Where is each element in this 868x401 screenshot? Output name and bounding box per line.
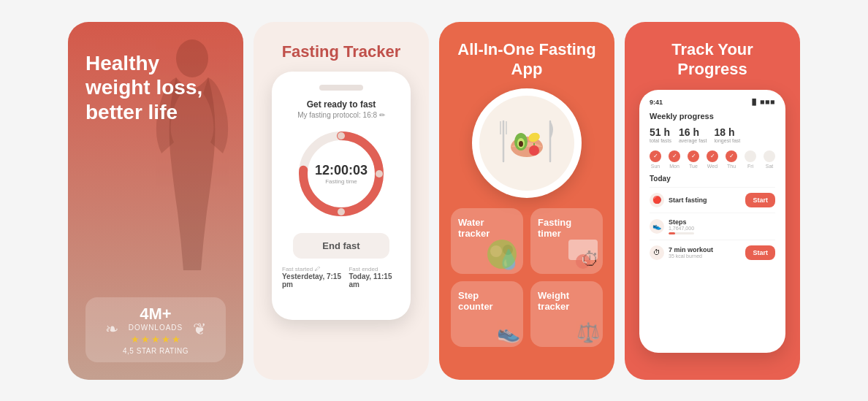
phone-time: 9:41 xyxy=(650,99,663,106)
timer-time: 12:00:03 xyxy=(315,163,368,178)
day-label-tue: Tue xyxy=(689,164,698,169)
fasting-protocol: My fasting protocol: 16:8 ✏ xyxy=(297,111,385,119)
day-label-mon: Mon xyxy=(669,164,679,169)
food-svg xyxy=(490,107,563,180)
activity-left-steps: 👟 Steps 1,764 7,000 xyxy=(650,218,694,234)
day-check-tue: ✓ xyxy=(688,150,699,162)
fast-ended-val: Today, 11:15 am xyxy=(349,272,400,289)
workout-activity-sub: 35 kcal burned xyxy=(669,253,713,259)
end-fast-button[interactable]: End fast xyxy=(293,233,389,259)
stat-num-0: 51 h xyxy=(650,126,671,138)
feature-step-counter: Step counter 👟 xyxy=(451,281,523,347)
plate-inner xyxy=(479,96,574,191)
fast-ended-label: Fast ended xyxy=(349,266,400,272)
downloads-badge: ❧ 4M+ DOWNLOADS ★ ★ ★ ★ ★ 4,5 STAR RATIN… xyxy=(85,297,226,362)
card3-title: All-In-One Fasting App xyxy=(451,39,603,80)
page-wrapper: Healthy weight loss, better life ❧ 4M+ D… xyxy=(0,0,868,401)
fasting-activity-icon: 🔴 xyxy=(650,193,664,207)
steps-bar xyxy=(669,232,694,234)
steps-current: 1,764 xyxy=(669,226,682,231)
features-grid: Water tracker 💧 Fasting timer ⏱ xyxy=(451,208,603,347)
stats-row: 51 h total fasts 16 h average fast 18 h … xyxy=(650,126,775,143)
today-section: Today 🔴 Start fasting Start xyxy=(650,175,775,265)
card-fasting-tracker: Fasting Tracker Get ready to fast My fas… xyxy=(254,22,429,380)
fast-ended-block: Fast ended Today, 11:15 am xyxy=(349,266,400,289)
stat-label-1: average fast xyxy=(679,138,707,143)
fasting-header: Get ready to fast xyxy=(307,99,376,110)
step-counter-label: Step counter xyxy=(458,290,516,313)
weight-tracker-icon: ⚖️ xyxy=(576,321,600,344)
weight-tracker-label: Weight tracker xyxy=(538,290,595,313)
activity-left-workout: ⏱ 7 min workout 35 kcal burned xyxy=(650,245,713,260)
activity-workout: ⏱ 7 min workout 35 kcal burned Start xyxy=(650,240,775,265)
stat-num-2: 18 h xyxy=(715,126,741,138)
phone-header: 9:41 ▐▌ ◼◼◼ xyxy=(650,99,775,106)
fast-times: Fast started 🖊 Yesterdetay, 7:15 pm Fast… xyxy=(282,266,400,289)
steps-activity-icon: 👟 xyxy=(650,219,664,234)
day-tue: ✓ Tue xyxy=(688,150,699,169)
feature-weight-tracker: Weight tracker ⚖️ xyxy=(530,281,603,347)
cards-container: Healthy weight loss, better life ❧ 4M+ D… xyxy=(68,22,800,380)
day-fri: Fri xyxy=(745,150,756,169)
svg-point-20 xyxy=(490,245,502,257)
card2-title: Fasting Tracker xyxy=(282,42,401,61)
stat-label-2: longest fast xyxy=(715,138,741,143)
timer-center: 12:00:03 Fasting time xyxy=(315,163,368,185)
fasting-timer-label: Fasting timer xyxy=(538,217,595,240)
step-counter-icon: 👟 xyxy=(497,321,520,344)
stat-total-fasts: 51 h total fasts xyxy=(650,126,671,143)
phone-status-icons: ▐▌ ◼◼◼ xyxy=(750,99,775,105)
card-progress: Track Your Progress 9:41 ▐▌ ◼◼◼ Weekly p… xyxy=(625,22,800,380)
timer-ring: 12:00:03 Fasting time xyxy=(294,126,389,221)
downloads-count: 4M+ xyxy=(140,305,171,324)
star-2: ★ xyxy=(141,334,150,345)
day-label-sat: Sat xyxy=(766,164,774,169)
laurel-right-icon: ❦ xyxy=(193,320,206,339)
fasting-activity-name: Start fasting xyxy=(669,196,707,204)
start-fasting-button[interactable]: Start xyxy=(745,193,775,207)
phone-mockup-fasting: Get ready to fast My fasting protocol: 1… xyxy=(272,72,411,320)
day-label-fri: Fri xyxy=(747,164,753,169)
laurel-left-icon: ❧ xyxy=(105,320,118,339)
timer-mini-svg xyxy=(565,236,601,272)
card-allinone: All-In-One Fasting App xyxy=(439,22,614,380)
day-sat: Sat xyxy=(764,150,775,169)
start-workout-button[interactable]: Start xyxy=(745,245,775,260)
day-thu: ✓ Thu xyxy=(726,150,737,169)
stat-longest-fast: 18 h longest fast xyxy=(715,126,741,143)
activity-left-fasting: 🔴 Start fasting xyxy=(650,193,707,207)
activity-start-fasting: 🔴 Start fasting Start xyxy=(650,187,775,213)
svg-point-17 xyxy=(529,145,539,156)
steps-goal: 7,000 xyxy=(682,226,695,231)
day-check-mon: ✓ xyxy=(669,150,680,162)
activity-steps: 👟 Steps 1,764 7,000 xyxy=(650,213,775,240)
steps-nums: 1,764 7,000 xyxy=(669,226,694,231)
day-label-thu: Thu xyxy=(727,164,736,169)
card-hero: Healthy weight loss, better life ❧ 4M+ D… xyxy=(68,22,243,380)
phone-notch xyxy=(319,85,363,91)
today-label: Today xyxy=(650,175,775,183)
stat-label-0: total fasts xyxy=(650,138,671,143)
day-check-thu: ✓ xyxy=(726,150,737,162)
steps-fill xyxy=(669,232,675,234)
day-check-fri xyxy=(745,150,756,162)
day-check-sat xyxy=(764,150,775,162)
day-mon: ✓ Mon xyxy=(669,150,680,169)
star-3: ★ xyxy=(151,334,160,345)
workout-activity-name: 7 min workout xyxy=(669,246,713,253)
stat-avg-fast: 16 h average fast xyxy=(679,126,707,143)
svg-point-15 xyxy=(519,141,523,147)
water-tracker-label: Water tracker xyxy=(458,217,516,240)
fast-started-label: Fast started 🖊 xyxy=(282,266,349,272)
downloads-label: DOWNLOADS xyxy=(129,324,183,332)
svg-point-21 xyxy=(503,245,513,255)
day-sun: ✓ Sun xyxy=(650,150,661,169)
day-check-sun: ✓ xyxy=(650,150,661,162)
day-wed: ✓ Wed xyxy=(707,150,718,169)
stars-row: ★ ★ ★ ★ ★ xyxy=(131,334,180,345)
day-check-wed: ✓ xyxy=(707,150,718,162)
weekly-title: Weekly progress xyxy=(650,112,775,121)
card4-title: Track Your Progress xyxy=(636,39,788,80)
star-4: ★ xyxy=(161,334,170,345)
workout-activity-icon: ⏱ xyxy=(650,245,664,260)
